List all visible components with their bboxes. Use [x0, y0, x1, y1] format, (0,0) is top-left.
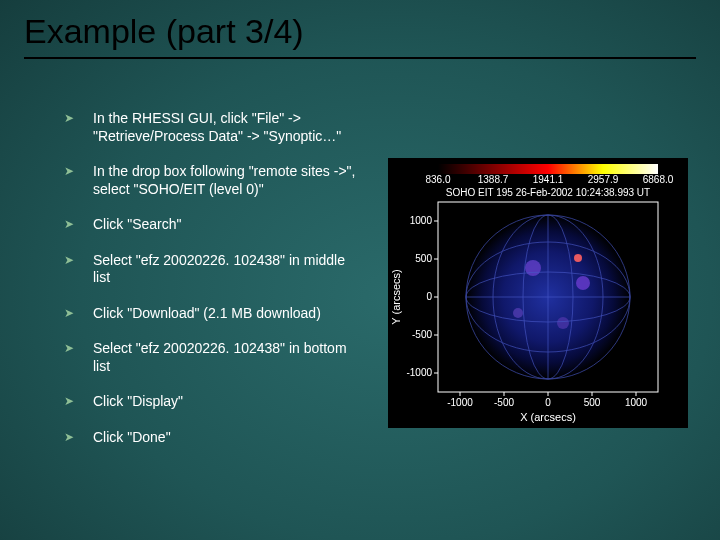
list-item-text: Select "efz 20020226. 102438" in middle … [93, 252, 356, 287]
figure-title: SOHO EIT 195 26-Feb-2002 10:24:38.993 UT [446, 187, 650, 198]
list-item: ➤ Select "efz 20020226. 102438" in botto… [66, 340, 356, 375]
slide-title: Example (part 3/4) [24, 12, 696, 59]
list-item-text: In the RHESSI GUI, click "File" -> "Retr… [93, 110, 356, 145]
list-item-text: Click "Done" [93, 429, 356, 447]
list-item: ➤ Click "Display" [66, 393, 356, 411]
figure-xlabel: X (arcsecs) [520, 411, 576, 423]
y-tick: -1000 [406, 367, 432, 378]
x-tick: -1000 [447, 397, 473, 408]
y-tick: 500 [415, 253, 432, 264]
colorbar-tick: 836.0 [425, 174, 450, 185]
list-item-text: Click "Download" (2.1 MB download) [93, 305, 356, 323]
svg-point-4 [576, 276, 590, 290]
list-item: ➤ In the drop box following "remote site… [66, 163, 356, 198]
list-item: ➤ Click "Download" (2.1 MB download) [66, 305, 356, 323]
list-item-text: Click "Display" [93, 393, 356, 411]
svg-point-5 [513, 308, 523, 318]
bullet-icon: ➤ [64, 340, 79, 357]
list-item: ➤ Select "efz 20020226. 102438" in middl… [66, 252, 356, 287]
list-item: ➤ Click "Done" [66, 429, 356, 447]
list-item: ➤ Click "Search" [66, 216, 356, 234]
solar-image-figure: 836.0 1388.7 1941.1 2957.9 6868.0 SOHO E… [388, 158, 688, 428]
list-item: ➤ In the RHESSI GUI, click "File" -> "Re… [66, 110, 356, 145]
x-tick: 1000 [625, 397, 648, 408]
x-tick: -500 [494, 397, 514, 408]
y-tick: 0 [426, 291, 432, 302]
list-item-text: Select "efz 20020226. 102438" in bottom … [93, 340, 356, 375]
bullet-icon: ➤ [64, 252, 79, 269]
bullet-icon: ➤ [64, 110, 79, 127]
svg-point-7 [574, 254, 582, 262]
bullet-icon: ➤ [64, 305, 79, 322]
colorbar-tick: 1941.1 [533, 174, 564, 185]
list-item-text: In the drop box following "remote sites … [93, 163, 356, 198]
bullet-list: ➤ In the RHESSI GUI, click "File" -> "Re… [66, 110, 356, 464]
y-tick: 1000 [410, 215, 433, 226]
x-tick: 500 [584, 397, 601, 408]
svg-point-3 [525, 260, 541, 276]
bullet-icon: ➤ [64, 393, 79, 410]
bullet-icon: ➤ [64, 429, 79, 446]
colorbar-tick: 2957.9 [588, 174, 619, 185]
colorbar-tick: 1388.7 [478, 174, 509, 185]
x-tick: 0 [545, 397, 551, 408]
figure-ylabel: Y (arcsecs) [390, 269, 402, 324]
svg-point-6 [557, 317, 569, 329]
y-tick: -500 [412, 329, 432, 340]
slide: Example (part 3/4) ➤ In the RHESSI GUI, … [0, 0, 720, 540]
list-item-text: Click "Search" [93, 216, 356, 234]
svg-rect-0 [438, 164, 658, 174]
colorbar-tick: 6868.0 [643, 174, 674, 185]
bullet-icon: ➤ [64, 216, 79, 233]
bullet-icon: ➤ [64, 163, 79, 180]
